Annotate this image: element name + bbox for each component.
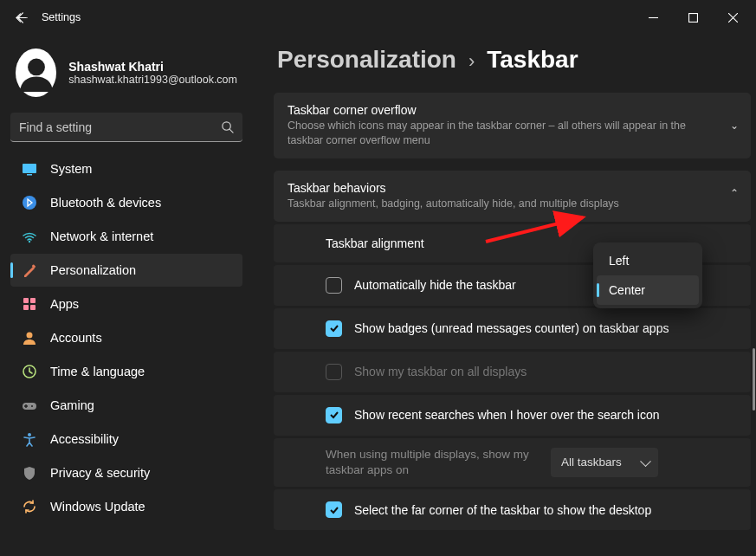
checkbox-badges[interactable]: [326, 320, 342, 337]
update-icon: [17, 499, 42, 514]
chevron-down-icon: ⌄: [730, 120, 739, 132]
sidebar-item-system[interactable]: System: [10, 152, 242, 185]
sidebar-item-privacy[interactable]: Privacy & security: [10, 456, 242, 489]
sidebar-item-time[interactable]: Time & language: [10, 355, 242, 388]
row-label: Select the far corner of the taskbar to …: [354, 503, 735, 517]
dropdown-option-center[interactable]: Center: [597, 275, 699, 305]
sidebar-item-label: Accessibility: [50, 432, 119, 446]
scrollbar-thumb[interactable]: [753, 348, 755, 411]
search-placeholder: Find a setting: [19, 120, 221, 134]
breadcrumb-leaf: Taskbar: [487, 46, 578, 74]
sidebar-item-label: Bluetooth & devices: [50, 196, 161, 210]
sidebar-item-label: Network & internet: [50, 230, 153, 243]
panel-subtitle: Taskbar alignment, badging, automaticall…: [288, 197, 711, 211]
row-show-all-displays: Show my taskbar on all displays: [274, 352, 751, 392]
sidebar: Shashwat Khatri shashwat.khatri1993@outl…: [7, 42, 246, 524]
titlebar: Settings: [0, 0, 756, 35]
chevron-right-icon: ›: [468, 50, 475, 73]
main-pane: Personalization › Taskbar Taskbar corner…: [274, 39, 751, 556]
svg-point-1: [28, 59, 45, 76]
wifi-icon: [17, 229, 42, 244]
dropdown-flyout-alignment: Left Center: [593, 242, 702, 308]
maximize-button[interactable]: [673, 3, 713, 31]
time-icon: [17, 364, 42, 379]
panel-subtitle: Choose which icons may appear in the tas…: [288, 119, 711, 148]
personalize-icon: [17, 262, 42, 278]
back-button[interactable]: [3, 0, 38, 35]
sidebar-item-label: Gaming: [50, 398, 94, 412]
sidebar-item-wifi[interactable]: Network & internet: [10, 220, 242, 253]
accounts-icon: [17, 330, 42, 346]
panel-taskbar-behaviors[interactable]: Taskbar behaviors Taskbar alignment, bad…: [274, 171, 751, 222]
window-title: Settings: [42, 11, 81, 23]
row-recent-searches: Show recent searches when I hover over t…: [274, 395, 751, 436]
chevron-up-icon: ⌃: [730, 187, 739, 199]
row-label: Show my taskbar on all displays: [354, 365, 735, 378]
checkbox-all-displays: [326, 364, 342, 380]
account-name: Shashwat Khatri: [68, 60, 237, 74]
option-label: Center: [609, 283, 645, 297]
sidebar-item-label: Windows Update: [50, 500, 145, 514]
sidebar-item-accounts[interactable]: Accounts: [10, 321, 242, 354]
row-show-badges: Show badges (unread messages counter) on…: [274, 308, 751, 349]
account-block[interactable]: Shashwat Khatri shashwat.khatri1993@outl…: [7, 42, 246, 109]
svg-rect-10: [23, 305, 29, 310]
sidebar-item-bluetooth[interactable]: Bluetooth & devices: [10, 186, 242, 219]
svg-point-6: [29, 241, 30, 242]
svg-point-5: [23, 196, 36, 210]
panel-corner-overflow[interactable]: Taskbar corner overflow Choose which ico…: [274, 93, 751, 158]
row-label: Show recent searches when I hover over t…: [354, 408, 735, 422]
panel-title: Taskbar behaviors: [288, 181, 711, 195]
system-icon: [17, 161, 42, 177]
sidebar-item-accessibility[interactable]: Accessibility: [10, 423, 242, 456]
accessibility-icon: [17, 431, 42, 447]
avatar: [16, 48, 56, 97]
row-label: When using multiple displays, show my ta…: [326, 447, 551, 478]
svg-rect-9: [30, 298, 36, 303]
svg-point-16: [28, 433, 31, 436]
row-label: Show badges (unread messages counter) on…: [354, 321, 735, 335]
checkbox-auto-hide[interactable]: [326, 277, 342, 294]
svg-point-2: [223, 122, 230, 130]
row-far-corner: Select the far corner of the taskbar to …: [274, 489, 751, 530]
apps-icon: [17, 296, 42, 312]
bluetooth-icon: [17, 195, 42, 210]
option-label: Left: [609, 254, 629, 268]
sidebar-item-label: Accounts: [50, 331, 102, 345]
dropdown-all-taskbars[interactable]: All taskbars: [551, 448, 658, 477]
svg-rect-4: [27, 174, 32, 176]
breadcrumb-root[interactable]: Personalization: [277, 46, 456, 74]
sidebar-item-update[interactable]: Windows Update: [10, 490, 242, 523]
sidebar-item-label: Apps: [50, 297, 79, 311]
sidebar-item-label: Privacy & security: [50, 466, 150, 480]
search-input[interactable]: Find a setting: [10, 113, 242, 142]
minimize-button[interactable]: [633, 3, 673, 31]
sidebar-item-label: Personalization: [50, 263, 136, 277]
sidebar-item-label: System: [50, 162, 92, 176]
search-icon: [221, 120, 234, 133]
gaming-icon: [17, 398, 42, 413]
dropdown-option-left[interactable]: Left: [597, 246, 699, 275]
svg-rect-3: [23, 164, 36, 173]
svg-rect-0: [688, 13, 697, 22]
panel-title: Taskbar corner overflow: [288, 103, 711, 117]
svg-point-12: [27, 333, 33, 339]
row-multi-display: When using multiple displays, show my ta…: [274, 438, 751, 487]
account-email: shashwat.khatri1993@outlook.com: [68, 74, 237, 86]
privacy-icon: [17, 465, 42, 481]
sidebar-item-label: Time & language: [50, 365, 145, 378]
svg-rect-8: [23, 298, 29, 303]
dropdown-value: All taskbars: [561, 456, 622, 469]
svg-point-15: [31, 405, 33, 407]
svg-rect-11: [30, 305, 36, 310]
breadcrumb: Personalization › Taskbar: [274, 39, 751, 93]
sidebar-item-personalize[interactable]: Personalization: [10, 254, 242, 287]
sidebar-item-gaming[interactable]: Gaming: [10, 389, 242, 422]
checkbox-recent-searches[interactable]: [326, 407, 342, 423]
close-button[interactable]: [713, 3, 753, 31]
checkbox-far-corner[interactable]: [326, 501, 342, 518]
sidebar-item-apps[interactable]: Apps: [10, 288, 242, 320]
